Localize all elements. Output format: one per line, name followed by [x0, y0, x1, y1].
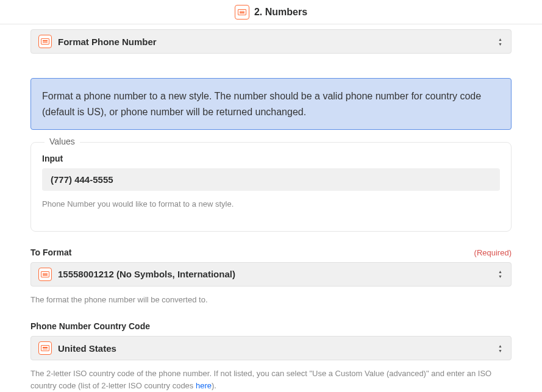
action-select-label: Format Phone Number: [58, 37, 504, 47]
formatter-icon: [235, 5, 249, 20]
input-label: Input: [42, 154, 500, 163]
required-tag: (Required): [474, 248, 512, 257]
to-format-section: To Format (Required) 15558001212 (No Sym…: [30, 248, 512, 306]
iso-codes-link[interactable]: here: [196, 381, 212, 390]
to-format-label: To Format: [30, 248, 71, 257]
sort-arrows-icon: ▲▼: [498, 37, 502, 46]
country-code-select[interactable]: United States ▲▼: [30, 336, 512, 360]
country-code-label: Phone Number Country Code: [30, 321, 512, 331]
to-format-value: 15558001212 (No Symbols, International): [58, 269, 504, 279]
values-fieldset: Values Input Phone Number you would like…: [30, 142, 512, 232]
input-hint: Phone Number you would like to format to…: [42, 198, 500, 210]
sort-arrows-icon: ▲▼: [498, 269, 502, 279]
sort-arrows-icon: ▲▼: [498, 344, 502, 353]
values-legend: Values: [45, 137, 80, 146]
country-code-section: Phone Number Country Code United States …: [30, 321, 512, 391]
action-select[interactable]: Format Phone Number ▲▼: [30, 29, 512, 54]
country-code-hint: The 2-letter ISO country code of the pho…: [30, 368, 512, 391]
input-field[interactable]: [42, 168, 500, 191]
formatter-icon: [38, 341, 52, 355]
to-format-hint: The format the phone number will be conv…: [30, 294, 512, 306]
step-header: 2. Numbers: [0, 0, 542, 24]
formatter-icon: [38, 268, 52, 281]
description-box: Format a phone number to a new style. Th…: [30, 78, 512, 130]
step-title: 2. Numbers: [254, 7, 307, 18]
formatter-icon: [38, 35, 52, 48]
to-format-select[interactable]: 15558001212 (No Symbols, International) …: [30, 262, 512, 287]
country-code-value: United States: [58, 343, 504, 354]
